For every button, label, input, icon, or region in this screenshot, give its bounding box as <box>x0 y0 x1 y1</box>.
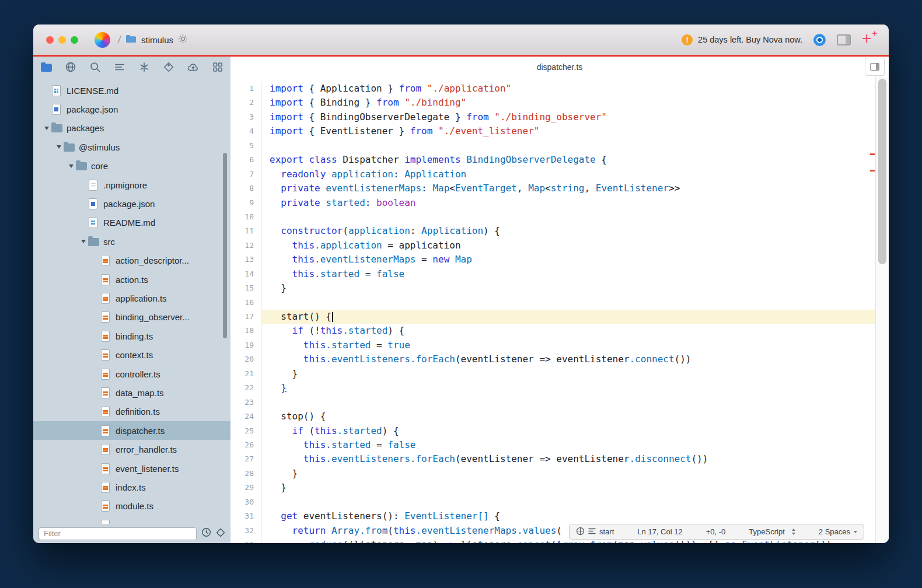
code-line[interactable]: 2import { Binding } from "./binding" <box>230 96 875 110</box>
cursor-position[interactable]: Ln 17, Col 12 <box>637 527 682 536</box>
code-text[interactable]: } <box>262 367 875 381</box>
line-number[interactable]: 19 <box>230 338 262 352</box>
apps-grid-icon[interactable] <box>210 60 225 75</box>
line-number[interactable]: 11 <box>230 224 262 238</box>
disclosure-triangle[interactable] <box>42 127 51 130</box>
line-number[interactable]: 9 <box>230 196 262 210</box>
code-line[interactable]: 4import { EventListener } from "./event_… <box>230 124 875 138</box>
line-number[interactable]: 33 <box>230 538 262 543</box>
recent-clock-icon[interactable] <box>201 527 211 540</box>
code-text[interactable]: get eventListeners(): EventListener[] { <box>262 509 875 523</box>
line-number[interactable]: 8 <box>230 181 262 195</box>
tree-item-application.ts[interactable]: application.ts <box>33 289 230 307</box>
line-number[interactable]: 20 <box>230 352 262 366</box>
line-number[interactable]: 31 <box>230 509 262 523</box>
code-line[interactable]: 17 start() { <box>230 310 875 324</box>
code-text[interactable]: } <box>262 281 875 295</box>
task-name[interactable]: start <box>599 527 614 536</box>
code-text[interactable]: readonly application: Application <box>262 167 875 181</box>
zoom-button[interactable] <box>71 36 78 44</box>
line-number[interactable]: 18 <box>230 324 262 338</box>
line-number[interactable]: 3 <box>230 110 262 124</box>
code-line[interactable]: 15 } <box>230 281 875 295</box>
code-text[interactable] <box>262 210 875 224</box>
line-number[interactable]: 29 <box>230 481 262 495</box>
code-text[interactable] <box>262 139 875 153</box>
search-icon[interactable] <box>88 60 103 75</box>
line-number[interactable]: 7 <box>230 167 262 181</box>
code-line[interactable]: 6export class Dispatcher implements Bind… <box>230 153 875 167</box>
symbols-asterisk-icon[interactable] <box>137 60 152 75</box>
code-line[interactable]: 28 } <box>230 467 875 481</box>
code-line[interactable]: 11 constructor(application: Application)… <box>230 224 875 238</box>
code-line[interactable]: 3import { BindingObserverDelegate } from… <box>230 110 875 124</box>
code-text[interactable]: start() { <box>262 310 875 324</box>
tree-item-LICENSE.md[interactable]: LICENSE.md <box>33 81 230 100</box>
line-number[interactable]: 16 <box>230 296 262 310</box>
code-text[interactable]: } <box>262 481 875 495</box>
code-text[interactable]: import { EventListener } from "./event_l… <box>262 124 875 138</box>
code-text[interactable] <box>262 296 875 310</box>
line-number[interactable]: 30 <box>230 495 262 509</box>
code-line[interactable]: 20 this.eventListeners.forEach(eventList… <box>230 352 875 366</box>
code-line[interactable]: 5 <box>230 139 875 153</box>
code-line[interactable]: 10 <box>230 210 875 224</box>
tree-item-src[interactable]: src <box>33 232 230 251</box>
line-number[interactable]: 24 <box>230 410 262 424</box>
line-number[interactable]: 6 <box>230 153 262 167</box>
code-text[interactable]: stop() { <box>262 410 875 424</box>
indent-select[interactable]: 2 Spaces <box>819 527 857 536</box>
line-number[interactable]: 12 <box>230 239 262 253</box>
code-line[interactable]: 14 this.started = false <box>230 267 875 281</box>
code-line[interactable]: 26 this.started = false <box>230 438 875 452</box>
language-select[interactable]: TypeScript <box>749 527 795 536</box>
disclosure-triangle[interactable] <box>67 164 76 168</box>
tree-item-binding_observer...[interactable]: binding_observer... <box>33 308 230 327</box>
tree-item-error_handler.ts[interactable]: error_handler.ts <box>33 440 230 459</box>
breadcrumb[interactable]: / stimulus <box>118 34 188 46</box>
code-line[interactable]: 30 <box>230 495 875 509</box>
titlebar[interactable]: / stimulus ! 25 days left. Buy Nova now.… <box>33 24 889 55</box>
line-number[interactable]: 15 <box>230 281 262 295</box>
filter-input[interactable] <box>39 527 197 540</box>
code-line[interactable]: 21 } <box>230 367 875 381</box>
line-number[interactable]: 21 <box>230 367 262 381</box>
code-text[interactable]: this.application = application <box>262 239 875 253</box>
remote-globe-icon[interactable] <box>63 60 78 75</box>
code-text[interactable]: private eventListenerMaps: Map<EventTarg… <box>262 181 875 195</box>
code-line[interactable]: 22 } <box>230 381 875 395</box>
line-number[interactable]: 28 <box>230 467 262 481</box>
line-number[interactable]: 23 <box>230 396 262 410</box>
tree-item-packages[interactable]: packages <box>33 119 230 138</box>
tree-item-partial[interactable] <box>33 516 230 524</box>
code-line[interactable]: 8 private eventListenerMaps: Map<EventTa… <box>230 181 875 195</box>
list-icon[interactable] <box>112 60 127 75</box>
tags-icon[interactable] <box>161 60 176 75</box>
code-area[interactable]: 1import { Application } from "./applicat… <box>230 77 889 543</box>
toggle-right-panel-button[interactable] <box>865 58 885 76</box>
code-text[interactable]: this.started = true <box>262 338 875 352</box>
code-line[interactable]: 31 get eventListeners(): EventListener[]… <box>230 509 875 523</box>
code-text[interactable]: this.started = false <box>262 267 875 281</box>
code-text[interactable]: export class Dispatcher implements Bindi… <box>262 153 875 167</box>
tree-item-action.ts[interactable]: action.ts <box>33 270 230 289</box>
files-icon[interactable] <box>39 60 54 75</box>
code-text[interactable]: if (this.started) { <box>262 424 875 438</box>
line-number[interactable]: 27 <box>230 452 262 466</box>
code-line[interactable]: 25 if (this.started) { <box>230 424 875 438</box>
tree-item-core[interactable]: core <box>33 157 230 176</box>
code-line[interactable]: 29 } <box>230 481 875 495</box>
code-line[interactable]: 16 <box>230 296 875 310</box>
code-line[interactable]: 13 this.eventListenerMaps = new Map <box>230 253 875 267</box>
code-text[interactable]: if (!this.started) { <box>262 324 875 338</box>
code-text[interactable]: this.started = false <box>262 438 875 452</box>
close-button[interactable] <box>46 36 54 44</box>
line-number[interactable]: 4 <box>230 124 262 138</box>
code-text[interactable]: import { Application } from "./applicati… <box>262 82 875 96</box>
line-number[interactable]: 2 <box>230 96 262 110</box>
line-number[interactable]: 25 <box>230 424 262 438</box>
code-text[interactable] <box>262 495 875 509</box>
tree-item-context.ts[interactable]: context.ts <box>33 345 230 364</box>
disclosure-triangle[interactable] <box>79 240 88 243</box>
tree-item-event_listener.ts[interactable]: event_listener.ts <box>33 459 230 478</box>
